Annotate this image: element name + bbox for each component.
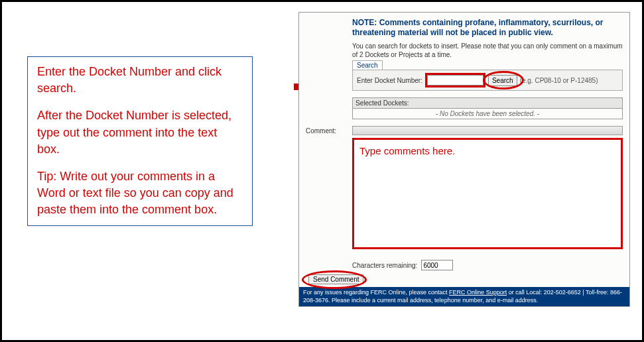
selected-dockets-empty: - No Dockets have been selected. - bbox=[353, 109, 622, 119]
chars-remaining-label: Characters remaining: bbox=[352, 262, 417, 269]
comment-textarea[interactable]: Type comments here. bbox=[359, 145, 615, 242]
docket-example-text: (e.g. CP08-10 or P-12485) bbox=[520, 77, 598, 84]
tab-search[interactable]: Search bbox=[352, 60, 383, 70]
instruction-paragraph-2: After the Docket Number is selected, typ… bbox=[37, 107, 243, 158]
docket-number-input[interactable] bbox=[427, 75, 483, 86]
docket-number-label: Enter Docket Number: bbox=[357, 77, 422, 84]
comment-row: Comment: Type comments here. bbox=[306, 126, 623, 249]
instruction-box: Enter the Docket Number and click search… bbox=[27, 56, 253, 226]
send-comment-button[interactable]: Send Comment bbox=[308, 274, 363, 284]
docket-input-highlight bbox=[425, 73, 485, 87]
document-frame: Enter the Docket Number and click search… bbox=[0, 0, 644, 342]
selected-dockets-box: Selected Dockets: - No Dockets have been… bbox=[352, 97, 623, 119]
comment-toolbar bbox=[352, 126, 623, 135]
footer-bar: For any issues regarding FERC Online, pl… bbox=[299, 287, 629, 306]
comment-label: Comment: bbox=[306, 126, 352, 135]
comment-form-panel: NOTE: Comments containing profane, infla… bbox=[298, 12, 630, 307]
comment-area-highlight: Type comments here. bbox=[352, 138, 623, 249]
docket-search-box: Enter Docket Number: Search (e.g. CP08-1… bbox=[352, 70, 623, 91]
footer-support-link[interactable]: FERC Online Support bbox=[449, 289, 507, 296]
subnote-text: You can search for dockets to insert. Pl… bbox=[352, 42, 623, 59]
search-button[interactable]: Search bbox=[488, 75, 517, 86]
footer-text-prefix: For any issues regarding FERC Online, pl… bbox=[303, 289, 449, 296]
selected-dockets-header: Selected Dockets: bbox=[353, 98, 622, 109]
chars-remaining-value bbox=[421, 260, 453, 270]
note-heading: NOTE: Comments containing profane, infla… bbox=[352, 18, 623, 38]
chars-remaining-row: Characters remaining: bbox=[352, 260, 623, 270]
instruction-paragraph-3: Tip: Write out your comments in a Word o… bbox=[37, 168, 243, 219]
instruction-paragraph-1: Enter the Docket Number and click search… bbox=[37, 64, 243, 97]
search-tab-row: Search bbox=[352, 60, 623, 70]
